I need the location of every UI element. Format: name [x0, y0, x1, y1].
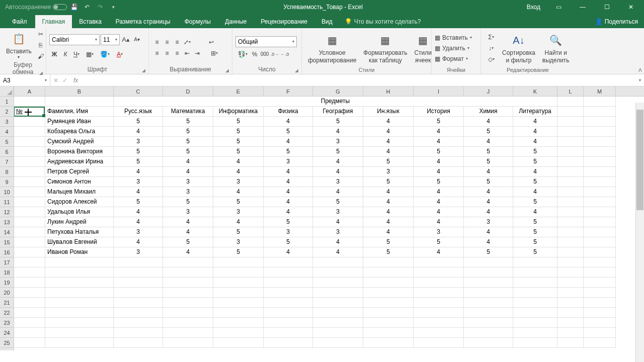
cell[interactable]	[14, 298, 45, 308]
cell[interactable]: 5	[213, 197, 264, 207]
cell[interactable]	[513, 257, 557, 267]
col-header-M[interactable]: M	[584, 86, 616, 96]
cell[interactable]	[557, 267, 584, 278]
cell[interactable]	[414, 267, 464, 278]
cell[interactable]	[584, 127, 616, 137]
cell[interactable]: 4	[114, 237, 163, 247]
cell[interactable]	[213, 308, 264, 318]
cell[interactable]	[14, 177, 45, 187]
cell[interactable]	[14, 278, 45, 288]
cell[interactable]: 5	[114, 157, 163, 167]
tell-me[interactable]: 💡 Что вы хотите сделать?	[340, 15, 426, 28]
cell[interactable]: 4	[414, 167, 464, 177]
cell[interactable]: 4	[363, 187, 414, 197]
cell[interactable]	[14, 257, 45, 267]
cell[interactable]: 5	[363, 157, 414, 167]
row-header[interactable]: 21	[0, 298, 14, 308]
cell[interactable]: 4	[213, 167, 264, 177]
close-icon[interactable]: ✕	[620, 0, 642, 14]
cell[interactable]: 3	[313, 207, 363, 217]
cell[interactable]: 4	[163, 217, 213, 227]
cell[interactable]: 3	[163, 207, 213, 217]
cell[interactable]	[513, 328, 557, 338]
cell[interactable]	[213, 318, 264, 328]
cell[interactable]: 3	[264, 227, 313, 237]
cell[interactable]: 5	[264, 127, 313, 137]
row-header[interactable]: 9	[0, 177, 14, 187]
cell[interactable]: 3	[114, 247, 163, 257]
cell[interactable]: 5	[414, 237, 464, 247]
cell[interactable]: 4	[513, 117, 557, 127]
cell[interactable]	[513, 318, 557, 328]
cell[interactable]	[264, 328, 313, 338]
cell[interactable]	[584, 257, 616, 267]
cell[interactable]: 4	[414, 207, 464, 217]
cell[interactable]: 5	[414, 177, 464, 187]
italic-icon[interactable]: К	[60, 49, 70, 59]
row-header[interactable]: 8	[0, 167, 14, 177]
cell[interactable]: 4	[464, 207, 513, 217]
collapse-ribbon-icon[interactable]: ᐱ	[638, 67, 642, 73]
number-format-select[interactable]: Общий▾	[235, 36, 297, 47]
row-header[interactable]: 19	[0, 278, 14, 288]
col-header-I[interactable]: I	[414, 86, 464, 96]
cell[interactable]: Иванов Роман	[45, 247, 114, 257]
cell[interactable]: 5	[513, 197, 557, 207]
cell[interactable]	[584, 137, 616, 147]
cell[interactable]: 4	[213, 187, 264, 197]
col-header-J[interactable]: J	[464, 86, 513, 96]
cell[interactable]	[14, 217, 45, 227]
cell[interactable]	[14, 137, 45, 147]
cell[interactable]: 5	[464, 177, 513, 187]
cell[interactable]	[264, 257, 313, 267]
cell[interactable]	[14, 187, 45, 197]
increase-decimal-icon[interactable]: .0→	[270, 49, 280, 59]
autosave-toggle-icon[interactable]	[53, 4, 67, 10]
cell[interactable]	[313, 298, 363, 308]
cell[interactable]	[584, 157, 616, 167]
cell[interactable]: Сидоров Алексей	[45, 197, 114, 207]
cell[interactable]	[557, 207, 584, 217]
row-header[interactable]: 1	[0, 97, 14, 107]
cell[interactable]: 4	[264, 187, 313, 197]
cell[interactable]: 3	[163, 187, 213, 197]
align-center-icon[interactable]: ≡	[162, 48, 172, 58]
cell[interactable]: Удальцов Илья	[45, 207, 114, 217]
font-size-select[interactable]: 11▾	[101, 34, 120, 45]
cell[interactable]	[114, 288, 163, 298]
cell[interactable]: 4	[513, 207, 557, 217]
row-header[interactable]: 10	[0, 187, 14, 197]
cell[interactable]: Сумский Андрей	[45, 137, 114, 147]
comma-icon[interactable]: 000	[260, 49, 270, 59]
cell[interactable]	[557, 318, 584, 328]
cell[interactable]	[114, 267, 163, 278]
cell[interactable]: 5	[464, 147, 513, 157]
cell[interactable]	[584, 267, 616, 278]
cell[interactable]: 5	[513, 217, 557, 227]
cell[interactable]	[557, 247, 584, 257]
customize-qat-icon[interactable]: ▾	[107, 1, 119, 13]
cell[interactable]: 4	[163, 167, 213, 177]
cell[interactable]: 5	[213, 137, 264, 147]
align-left-icon[interactable]: ≡	[152, 48, 162, 58]
cell[interactable]: 4	[363, 227, 414, 237]
undo-icon[interactable]: ↶	[81, 1, 93, 13]
cell[interactable]	[513, 288, 557, 298]
cell[interactable]	[114, 338, 163, 348]
row-header[interactable]: 2	[0, 107, 14, 117]
cell[interactable]: 5	[313, 147, 363, 157]
cell[interactable]	[213, 338, 264, 348]
cell[interactable]: 4	[363, 207, 414, 217]
cell[interactable]	[313, 308, 363, 318]
redo-icon[interactable]: ↷	[94, 1, 106, 13]
cell[interactable]	[313, 257, 363, 267]
cell[interactable]	[414, 278, 464, 288]
cell[interactable]: Кобзарева Ольга	[45, 127, 114, 137]
fx-icon[interactable]: fx	[71, 77, 80, 84]
cell[interactable]	[213, 267, 264, 278]
cell[interactable]: 4	[513, 187, 557, 197]
cell[interactable]	[464, 257, 513, 267]
cell[interactable]: 4	[313, 167, 363, 177]
cell[interactable]: 5	[264, 217, 313, 227]
cell[interactable]	[14, 207, 45, 217]
